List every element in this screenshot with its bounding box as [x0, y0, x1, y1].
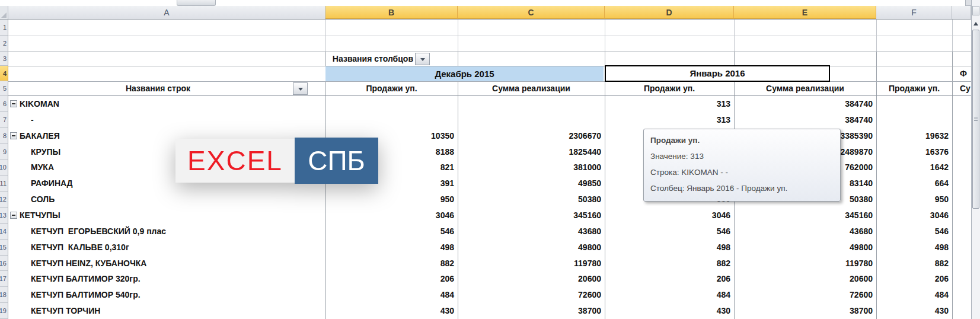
- cell-dec-sales[interactable]: [325, 96, 458, 112]
- column-header-g-partial[interactable]: [952, 6, 971, 19]
- cell-dec-revenue[interactable]: 381000: [458, 160, 605, 176]
- row-label[interactable]: КЕТЧУП БАЛТИМОР 540гр.: [8, 287, 325, 303]
- excel-spb-watermark: EXCEL СПБ: [175, 138, 378, 185]
- row-label[interactable]: КЕТЧУП КАЛЬВЕ 0,310г: [8, 240, 325, 256]
- row-label[interactable]: КЕТЧУП HEINZ, КУБАНОЧКА: [8, 256, 325, 272]
- row-header-4-selected[interactable]: 4: [0, 66, 8, 81]
- cell-dec-revenue[interactable]: 38700: [458, 303, 605, 319]
- vertical-scrollbar[interactable]: [971, 0, 980, 319]
- cell-jan-revenue[interactable]: 72600: [734, 287, 876, 303]
- column-header-b[interactable]: B: [325, 6, 458, 19]
- period-december-2015[interactable]: Декабрь 2015: [325, 66, 604, 81]
- cell-feb-sales[interactable]: 206: [876, 271, 952, 287]
- column-header-c[interactable]: C: [458, 6, 605, 19]
- cell-feb-sales[interactable]: 484: [876, 287, 952, 303]
- cell-jan-sales[interactable]: 430: [605, 303, 734, 319]
- column-header-f[interactable]: F: [876, 6, 952, 19]
- row-label[interactable]: КЕТЧУП БАЛТИМОР 320гр.: [8, 271, 325, 287]
- cell-dec-sales[interactable]: 882: [325, 256, 458, 272]
- cell-feb-sales[interactable]: 546: [876, 224, 952, 240]
- row-label[interactable]: КЕТЧУП ТОРЧИН: [8, 303, 325, 319]
- cell-dec-revenue[interactable]: 345160: [458, 208, 605, 224]
- cell-dec-revenue[interactable]: [458, 96, 605, 112]
- row-labels-filter-button[interactable]: [293, 82, 308, 95]
- cell-dec-revenue[interactable]: 49800: [458, 240, 605, 256]
- collapse-button[interactable]: [10, 100, 17, 107]
- cell-dec-sales[interactable]: 546: [325, 224, 458, 240]
- scrollbar-grip-icon: [974, 117, 978, 122]
- cell-feb-sales[interactable]: 3046: [876, 208, 952, 224]
- cell-dec-sales[interactable]: 3046: [325, 208, 458, 224]
- cell-jan-revenue[interactable]: 43680: [734, 224, 876, 240]
- cell-jan-sales[interactable]: 484: [605, 287, 734, 303]
- cell-dec-revenue[interactable]: 2306670: [458, 128, 605, 144]
- cell-dec-sales[interactable]: 950: [325, 192, 458, 208]
- row-header-3[interactable]: 3: [0, 52, 8, 66]
- cell-dec-sales[interactable]: 206: [325, 271, 458, 287]
- cell-jan-sales[interactable]: 206: [605, 271, 734, 287]
- scrollbar-thumb[interactable]: [972, 30, 979, 209]
- row-label[interactable]: КЕТЧУПЫ: [8, 208, 325, 224]
- cell-dec-revenue[interactable]: 49850: [458, 176, 605, 192]
- cell-jan-sales[interactable]: 546: [605, 224, 734, 240]
- row-label[interactable]: СОЛЬ: [8, 192, 325, 208]
- row-label[interactable]: -: [8, 112, 325, 128]
- cell-feb-sales[interactable]: [876, 96, 952, 112]
- cell-jan-revenue[interactable]: 119780: [734, 256, 876, 272]
- pivot-top-border: [8, 52, 971, 52]
- measure-header-dec-sales[interactable]: Продажи уп.: [325, 81, 458, 95]
- row-label[interactable]: KIKOMAN: [8, 96, 325, 112]
- scroll-up-arrow-icon[interactable]: [972, 17, 979, 27]
- cell-jan-sales[interactable]: 313: [605, 112, 734, 128]
- cell-jan-sales[interactable]: 313: [605, 96, 734, 112]
- cell-jan-sales[interactable]: 498: [605, 240, 734, 256]
- cell-dec-sales[interactable]: 484: [325, 287, 458, 303]
- cell-feb-sales[interactable]: 950: [876, 192, 952, 208]
- cell-feb-sales[interactable]: 16376: [876, 144, 952, 160]
- cell-feb-sales[interactable]: 882: [876, 256, 952, 272]
- measure-header-dec-revenue[interactable]: Сумма реализации: [458, 81, 605, 95]
- column-header-d[interactable]: D: [605, 6, 734, 19]
- column-header-a[interactable]: A: [8, 6, 325, 19]
- cell-jan-revenue[interactable]: 384740: [734, 96, 876, 112]
- cell-feb-sales[interactable]: [876, 112, 952, 128]
- cell-dec-revenue[interactable]: 20600: [458, 271, 605, 287]
- split-handle[interactable]: [972, 6, 979, 15]
- cell-dec-revenue[interactable]: 1825440: [458, 144, 605, 160]
- row-label[interactable]: КЕТЧУП ЕГОРЬЕВСКИЙ 0,9 плас: [8, 224, 325, 240]
- column-labels-filter-button[interactable]: [415, 53, 430, 65]
- row-header-5[interactable]: 5: [0, 81, 8, 96]
- cell-jan-revenue[interactable]: 49800: [734, 240, 876, 256]
- cell-jan-revenue[interactable]: 38700: [734, 303, 876, 319]
- cell-dec-sales[interactable]: 498: [325, 240, 458, 256]
- cell-jan-revenue[interactable]: 345160: [734, 208, 876, 224]
- measure-header-jan-revenue[interactable]: Сумма реализации: [734, 81, 876, 95]
- cell-jan-sales[interactable]: 3046: [605, 208, 734, 224]
- cell-dec-revenue[interactable]: 43680: [458, 224, 605, 240]
- cell-dec-sales[interactable]: [325, 112, 458, 128]
- measure-header-next-partial: Су: [952, 81, 971, 95]
- cell-jan-sales[interactable]: 882: [605, 256, 734, 272]
- column-header-e[interactable]: E: [734, 6, 876, 19]
- cell-feb-sales[interactable]: 430: [876, 303, 952, 319]
- measure-header-jan-sales[interactable]: Продажи уп.: [605, 81, 734, 95]
- cell-dec-revenue[interactable]: 50380: [458, 192, 605, 208]
- cell-dec-revenue[interactable]: 119780: [458, 256, 605, 272]
- cell-dec-revenue[interactable]: [458, 112, 605, 128]
- cell-feb-sales[interactable]: 19632: [876, 128, 952, 144]
- collapse-button[interactable]: [10, 212, 17, 219]
- cell-feb-sales[interactable]: 664: [876, 176, 952, 192]
- cell-dec-revenue[interactable]: 72600: [458, 287, 605, 303]
- cell-jan-revenue[interactable]: 384740: [734, 112, 876, 128]
- period-january-2016-selected[interactable]: Январь 2016: [605, 65, 830, 82]
- measure-header-feb-sales[interactable]: Продажи уп.: [876, 81, 952, 95]
- row-header-1[interactable]: 1: [0, 20, 8, 36]
- collapse-button[interactable]: [10, 132, 17, 139]
- table-row: КЕТЧУП БАЛТИМОР 320гр. 206 20600 206 206…: [0, 271, 980, 287]
- cell-feb-sales[interactable]: 498: [876, 240, 952, 256]
- select-all-corner[interactable]: [0, 6, 8, 19]
- cell-jan-revenue[interactable]: 20600: [734, 271, 876, 287]
- row-header-2[interactable]: 2: [0, 36, 8, 52]
- cell-dec-sales[interactable]: 430: [325, 303, 458, 319]
- cell-feb-sales[interactable]: 1642: [876, 160, 952, 176]
